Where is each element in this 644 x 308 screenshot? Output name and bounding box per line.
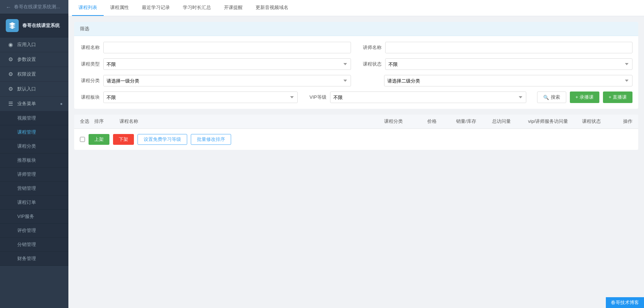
tab-course-attr[interactable]: 课程属性	[104, 0, 135, 16]
tab-update-video[interactable]: 更新音视频域名	[249, 0, 295, 16]
stock-col-label: 销量/库存	[456, 119, 476, 124]
course-module-select[interactable]: 不限	[103, 91, 298, 103]
course-status-label: 课程状态	[362, 61, 382, 67]
course-category-label: 课程分类	[80, 77, 100, 84]
back-arrow-icon: ←	[6, 4, 11, 10]
price-col-label: 价格	[427, 119, 437, 124]
filter-group-vip: VIP等级 不限	[309, 91, 526, 103]
sidebar-item-vip[interactable]: VIP服务	[0, 210, 68, 224]
filter-group-course-subcategory: 课程分类 请选择二级分类	[362, 75, 633, 86]
add-live-button[interactable]: + 直播课	[603, 91, 632, 103]
filter-title: 筛选	[80, 26, 89, 31]
sidebar-item-marketing[interactable]: 营销管理	[0, 182, 68, 196]
col-header-order: 排序	[94, 118, 120, 125]
business-section-left: ☰ 业务菜单	[7, 101, 36, 107]
col-header-check: 全选	[80, 118, 94, 125]
filter-card-header: 筛选	[74, 22, 638, 36]
sidebar-item-distribution[interactable]: 分销管理	[0, 238, 68, 252]
sidebar-item-moren[interactable]: ⚙ 默认入口	[0, 82, 68, 97]
add-live-btn-label: + 直播课	[609, 94, 627, 101]
teacher-name-input[interactable]	[385, 42, 633, 53]
label-marketing: 营销管理	[17, 186, 36, 191]
set-level-button[interactable]: 设置免费学习等级	[138, 134, 187, 145]
logo-svg	[8, 22, 16, 30]
vip-level-select[interactable]: 不限	[330, 91, 526, 103]
sidebar-item-quanxian[interactable]: ⚙ 权限设置	[0, 67, 68, 82]
filter-group-course-type: 课程类型 不限	[80, 58, 351, 70]
label-distribution: 分销管理	[17, 242, 36, 247]
course-name-col-label: 课程名称	[120, 119, 138, 124]
sidebar-app-title: 春哥在线课堂系统测...	[14, 4, 60, 10]
add-record-button[interactable]: + 录播课	[570, 91, 599, 103]
select-all-checkbox[interactable]	[80, 137, 85, 142]
tab-recent-study[interactable]: 最近学习记录	[135, 0, 176, 16]
sidebar-label-yingyong: 应用入口	[17, 41, 36, 48]
shelve-button[interactable]: 上架	[89, 134, 109, 145]
course-status-select[interactable]: 不限	[385, 58, 633, 70]
col-header-category: 课程分类	[384, 118, 427, 125]
sidebar-item-order[interactable]: 课程订单	[0, 196, 68, 210]
course-category-select[interactable]: 请选择一级分类	[103, 75, 351, 86]
moren-icon: ⚙	[7, 86, 14, 92]
tabs-bar: 课程列表 课程属性 最近学习记录 学习时长汇总 开课提醒 更新音视频域名	[68, 0, 644, 16]
sidebar-item-evaluation[interactable]: 评价管理	[0, 224, 68, 238]
visits-col-label: 总访问量	[492, 119, 511, 124]
search-button[interactable]: 🔍 搜索	[537, 91, 566, 103]
label-evaluation: 评价管理	[17, 228, 36, 233]
sidebar-item-recommend[interactable]: 推荐板块	[0, 153, 68, 168]
add-record-btn-label: + 录播课	[576, 94, 594, 101]
sidebar-item-finance[interactable]: 财务管理	[0, 252, 68, 266]
sidebar-business-section[interactable]: ☰ 业务菜单 ●	[0, 97, 68, 111]
table-card: 全选 排序 课程名称 课程分类 价格 销量/库存 总访问量	[74, 115, 638, 150]
category-col-label: 课程分类	[384, 119, 403, 124]
sidebar-item-yingyong[interactable]: ◉ 应用入口	[0, 37, 68, 52]
sidebar-item-canshu[interactable]: ⚙ 参数设置	[0, 52, 68, 67]
business-icon: ☰	[7, 101, 14, 107]
canshu-icon: ⚙	[7, 56, 14, 63]
sidebar-item-category[interactable]: 课程分类	[0, 139, 68, 153]
sidebar-item-course[interactable]: 课程管理	[0, 125, 68, 139]
search-icon: 🔍	[543, 95, 549, 100]
bottom-badge-label: 春哥技术博客	[611, 300, 639, 305]
bottom-right-badge: 春哥技术博客	[606, 297, 644, 308]
status-col-label: 课程状态	[582, 119, 601, 124]
set-level-btn-label: 设置免费学习等级	[144, 137, 181, 142]
sidebar: ← 春哥在线课堂系统测... 春哥在线课堂系统 ◉ 应用入口 ⚙ 参数设置 ⚙ …	[0, 0, 68, 308]
tab-study-duration[interactable]: 学习时长汇总	[176, 0, 217, 16]
select-all-label: 全选	[80, 119, 89, 124]
sidebar-back-btn[interactable]: ← 春哥在线课堂系统测...	[0, 0, 68, 14]
filter-group-teacher-name: 讲师名称	[362, 42, 633, 53]
sidebar-label-canshu: 参数设置	[17, 56, 36, 63]
business-menu-label: 业务菜单	[17, 101, 36, 107]
filter-row-1: 课程名称 讲师名称	[80, 42, 632, 53]
sidebar-item-teacher[interactable]: 讲师管理	[0, 168, 68, 182]
label-teacher: 讲师管理	[17, 171, 36, 177]
teacher-name-label: 讲师名称	[362, 44, 382, 51]
content-area: 筛选 课程名称 讲师名称 课程类型	[68, 16, 644, 308]
vip-level-label: VIP等级	[309, 94, 326, 101]
tab-open-reminder[interactable]: 开课提醒	[217, 0, 249, 16]
filter-card-body: 课程名称 讲师名称 课程类型 不限	[74, 36, 638, 109]
label-finance: 财务管理	[17, 256, 36, 261]
vip-visits-col-label: vip/讲师服务访问量	[528, 119, 568, 124]
filter-group-course-module: 课程板块 不限	[80, 91, 298, 103]
unshelve-btn-label: 下架	[119, 137, 128, 142]
tab-course-list[interactable]: 课程列表	[72, 0, 104, 16]
yingyong-icon: ◉	[7, 41, 14, 48]
filter-row-3: 课程分类 请选择一级分类 课程分类 请选择二级分类	[80, 75, 632, 86]
unshelve-button[interactable]: 下架	[113, 134, 134, 145]
actions-col-label: 操作	[623, 119, 632, 124]
app-logo-icon	[6, 19, 19, 32]
sidebar-item-video[interactable]: 视频管理	[0, 111, 68, 125]
label-video: 视频管理	[17, 115, 36, 121]
course-subcategory-select[interactable]: 请选择二级分类	[384, 75, 633, 86]
course-name-input[interactable]	[103, 42, 351, 53]
quanxian-icon: ⚙	[7, 71, 14, 77]
course-type-select[interactable]: 不限	[103, 58, 351, 70]
batch-sort-button[interactable]: 批量修改排序	[191, 134, 231, 145]
course-type-label: 课程类型	[80, 61, 100, 67]
col-header-visits: 总访问量	[492, 118, 528, 125]
shelve-btn-label: 上架	[94, 137, 104, 142]
sidebar-label-moren: 默认入口	[17, 86, 36, 92]
label-order: 课程订单	[17, 200, 36, 205]
